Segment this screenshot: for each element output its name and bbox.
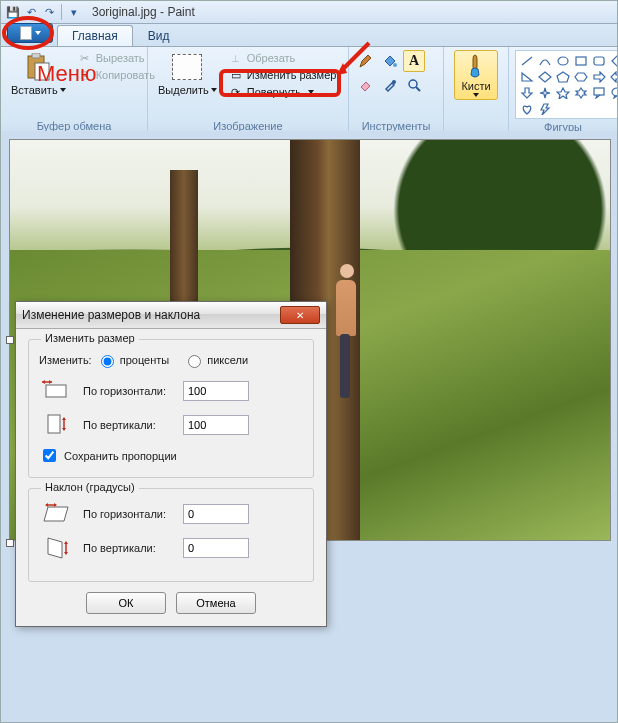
svg-marker-14 xyxy=(539,72,551,82)
color-picker-tool[interactable] xyxy=(379,74,401,96)
skew-v-input[interactable] xyxy=(183,538,249,558)
svg-marker-32 xyxy=(49,380,52,384)
text-tool[interactable]: A xyxy=(403,50,425,72)
group-image: Выделить ⟂ Обрезать ▭ Изменить размер ⟳ … xyxy=(148,47,349,133)
ok-button[interactable]: ОК xyxy=(86,592,166,614)
shape-pentagon[interactable] xyxy=(554,69,571,84)
skew-h-label: По горизонтали: xyxy=(83,508,173,520)
by-label: Изменить: xyxy=(39,354,92,366)
shape-lightning[interactable] xyxy=(536,101,553,116)
skew-v-label: По вертикали: xyxy=(83,542,173,554)
svg-rect-10 xyxy=(594,57,604,65)
dialog-titlebar[interactable]: Изменение размеров и наклона ✕ xyxy=(16,302,326,329)
keep-ratio-checkbox[interactable] xyxy=(43,449,56,462)
brush-icon xyxy=(463,53,489,79)
radio-pixels[interactable]: пиксели xyxy=(183,352,248,368)
shape-arrow-right[interactable] xyxy=(590,69,607,84)
svg-marker-28 xyxy=(541,104,549,115)
shape-star6[interactable] xyxy=(572,85,589,100)
shape-right-triangle[interactable] xyxy=(518,69,535,84)
qat-dropdown-icon[interactable]: ▾ xyxy=(66,4,82,20)
skew-horizontal-icon xyxy=(39,501,73,527)
shape-line[interactable] xyxy=(518,53,535,68)
rotate-button[interactable]: ⟳ Повернуть xyxy=(225,84,341,100)
shape-hexagon[interactable] xyxy=(572,69,589,84)
magnifier-tool[interactable] xyxy=(403,74,425,96)
brushes-button[interactable]: Кисти xyxy=(454,50,497,100)
svg-marker-31 xyxy=(42,380,45,384)
shape-rect[interactable] xyxy=(572,53,589,68)
svg-marker-41 xyxy=(48,538,62,558)
resize-v-input[interactable] xyxy=(183,415,249,435)
chevron-down-icon xyxy=(473,93,479,97)
resize-h-input[interactable] xyxy=(183,381,249,401)
shape-oval[interactable] xyxy=(554,53,571,68)
shape-heart[interactable] xyxy=(518,101,535,116)
chevron-down-icon xyxy=(35,31,41,35)
resize-handle[interactable] xyxy=(6,336,14,344)
skew-vertical-icon xyxy=(39,535,73,561)
svg-marker-36 xyxy=(62,428,66,431)
select-button[interactable]: Выделить xyxy=(154,50,221,98)
svg-marker-21 xyxy=(540,88,550,98)
svg-line-6 xyxy=(416,87,420,91)
shape-diamond[interactable] xyxy=(536,69,553,84)
shape-callout-rect[interactable] xyxy=(590,85,607,100)
chevron-down-icon xyxy=(211,88,217,92)
shape-roundrect[interactable] xyxy=(590,53,607,68)
svg-marker-16 xyxy=(575,73,587,81)
svg-point-25 xyxy=(612,88,619,96)
svg-point-8 xyxy=(558,57,568,65)
shape-star4[interactable] xyxy=(536,85,553,100)
rotate-label: Повернуть xyxy=(247,86,301,98)
brushes-label: Кисти xyxy=(461,80,490,92)
cancel-button[interactable]: Отмена xyxy=(176,592,256,614)
group-shapes: Фигуры xyxy=(509,47,617,133)
svg-marker-13 xyxy=(522,73,532,81)
svg-marker-37 xyxy=(44,507,68,521)
radio-percent[interactable]: проценты xyxy=(96,352,170,368)
file-menu-button[interactable] xyxy=(7,23,53,43)
svg-marker-35 xyxy=(62,417,66,420)
quick-access-toolbar: 💾 ↶ ↷ ▾ xyxy=(5,4,82,20)
shape-arrow-down[interactable] xyxy=(518,85,535,100)
crop-button[interactable]: ⟂ Обрезать xyxy=(225,50,341,66)
tab-home[interactable]: Главная xyxy=(57,25,133,46)
skew-fieldset: Наклон (градусы) По горизонтали: По верт… xyxy=(28,488,314,582)
fill-tool[interactable] xyxy=(379,50,401,72)
shape-callout-oval[interactable] xyxy=(608,85,618,100)
resize-legend: Изменить размер xyxy=(41,332,139,344)
shapes-gallery[interactable] xyxy=(515,50,618,119)
tab-view[interactable]: Вид xyxy=(133,25,185,46)
shape-curve[interactable] xyxy=(536,53,553,68)
redo-icon[interactable]: ↷ xyxy=(41,4,57,20)
skew-h-input[interactable] xyxy=(183,504,249,524)
svg-marker-43 xyxy=(64,541,68,544)
title-bar: 💾 ↶ ↷ ▾ 3original.jpg - Paint xyxy=(1,1,617,24)
cut-button[interactable]: ✂ Вырезать xyxy=(74,50,159,66)
shape-polygon[interactable] xyxy=(608,53,618,68)
resize-icon: ▭ xyxy=(229,68,243,82)
shape-star5[interactable] xyxy=(554,85,571,100)
pencil-tool[interactable] xyxy=(355,50,377,72)
copy-button[interactable]: ⎘ Копировать xyxy=(74,67,159,83)
svg-marker-18 xyxy=(611,72,619,82)
shape-arrow-left[interactable] xyxy=(608,69,618,84)
svg-marker-11 xyxy=(612,56,619,66)
keep-ratio-label: Сохранить пропорции xyxy=(64,450,177,462)
resize-button[interactable]: ▭ Изменить размер xyxy=(225,67,341,83)
undo-icon[interactable]: ↶ xyxy=(23,4,39,20)
document-icon xyxy=(20,26,32,40)
scissors-icon: ✂ xyxy=(78,51,92,65)
save-icon[interactable]: 💾 xyxy=(5,4,21,20)
svg-rect-9 xyxy=(576,57,586,65)
radio-pixels-input[interactable] xyxy=(188,355,201,368)
paste-button[interactable]: Вставить xyxy=(7,50,70,98)
resize-handle[interactable] xyxy=(6,539,14,547)
radio-percent-input[interactable] xyxy=(101,355,114,368)
dialog-close-button[interactable]: ✕ xyxy=(280,306,320,324)
svg-marker-20 xyxy=(522,88,532,98)
rotate-icon: ⟳ xyxy=(229,85,243,99)
select-label: Выделить xyxy=(158,84,209,96)
eraser-tool[interactable] xyxy=(355,74,377,96)
